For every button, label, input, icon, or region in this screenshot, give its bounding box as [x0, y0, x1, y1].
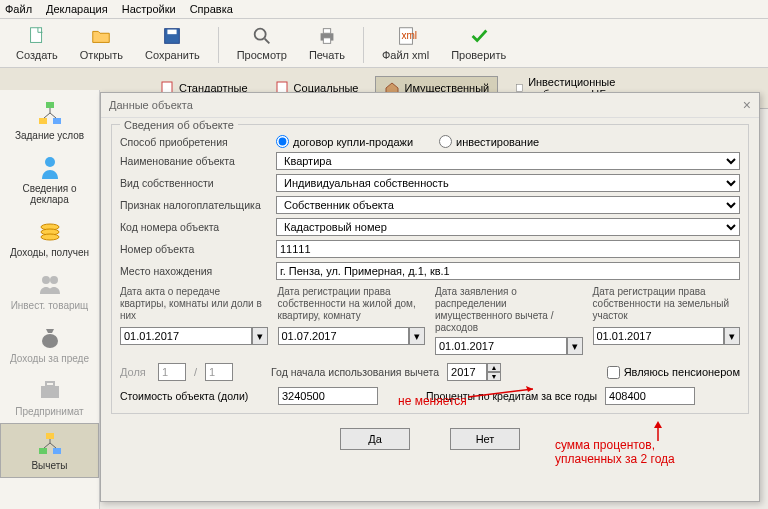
calendar-icon[interactable]: ▾ [252, 327, 268, 345]
menu-help[interactable]: Справка [190, 3, 233, 15]
code-select[interactable]: Кадастровый номер [276, 218, 740, 236]
svg-rect-22 [41, 386, 59, 398]
open-button[interactable]: Открыть [72, 23, 131, 63]
spin-up-icon[interactable]: ▲ [487, 363, 501, 372]
svg-rect-23 [46, 382, 54, 386]
new-document-icon [26, 25, 48, 47]
share-b-input[interactable] [205, 363, 233, 381]
name-label: Наименование объекта [120, 155, 270, 167]
cost-input[interactable] [278, 387, 378, 405]
separator [218, 27, 219, 63]
calendar-icon[interactable]: ▾ [409, 327, 425, 345]
date1-label: Дата акта о передаче квартиры, комнаты и… [120, 286, 268, 324]
sidebar-income[interactable]: Доходы, получен [0, 211, 99, 264]
svg-rect-14 [53, 118, 61, 124]
svg-rect-0 [30, 28, 41, 43]
svg-rect-2 [168, 30, 177, 35]
ownership-label: Вид собственности [120, 177, 270, 189]
location-input[interactable] [276, 262, 740, 280]
object-data-dialog: Данные объекта × Сведения об объекте Спо… [100, 92, 760, 502]
object-name-select[interactable]: Квартира [276, 152, 740, 170]
close-icon[interactable]: × [743, 97, 751, 113]
location-label: Место нахождения [120, 265, 270, 277]
number-label: Номер объекта [120, 243, 270, 255]
percent-input[interactable] [605, 387, 695, 405]
date4-label: Дата регистрации права собственности на … [593, 286, 741, 324]
number-input[interactable] [276, 240, 740, 258]
sidebar: Задание услов Сведения о деклара Доходы,… [0, 90, 100, 509]
menu-file[interactable]: Файл [5, 3, 32, 15]
svg-rect-13 [39, 118, 47, 124]
svg-point-15 [45, 157, 55, 167]
toolbar: Создать Открыть Сохранить Просмотр Печат… [0, 19, 768, 68]
flowchart-icon [36, 100, 64, 128]
svg-rect-11 [517, 85, 523, 92]
radio-investment[interactable]: инвестирование [439, 135, 539, 148]
sidebar-abroad[interactable]: Доходы за преде [0, 317, 99, 370]
preview-button[interactable]: Просмотр [229, 23, 295, 63]
method-label: Способ приобретения [120, 136, 270, 148]
pensioner-checkbox[interactable]: Являюсь пенсионером [607, 366, 740, 379]
svg-rect-12 [46, 102, 54, 108]
svg-text:xml: xml [401, 30, 417, 41]
share-label: Доля [120, 366, 150, 378]
svg-rect-25 [39, 448, 47, 454]
briefcase-icon [36, 376, 64, 404]
menu-declaration[interactable]: Декларация [46, 3, 108, 15]
separator [363, 27, 364, 63]
object-fieldset: Сведения об объекте Способ приобретения … [111, 124, 749, 414]
person-icon [36, 153, 64, 181]
xml-file-icon: xml [395, 25, 417, 47]
calendar-icon[interactable]: ▾ [567, 337, 583, 355]
svg-rect-26 [53, 448, 61, 454]
sidebar-declarant-info[interactable]: Сведения о деклара [0, 147, 99, 211]
svg-point-21 [42, 334, 58, 348]
date3-label: Дата заявления о распределении имуществе… [435, 286, 583, 334]
sidebar-entrepreneur[interactable]: Предпринимат [0, 370, 99, 423]
dialog-titlebar: Данные объекта × [101, 93, 759, 118]
sidebar-deductions[interactable]: Вычеты [0, 423, 99, 478]
svg-rect-24 [46, 433, 54, 439]
percent-label: Проценты по кредитам за все годы [426, 390, 597, 402]
cost-label: Стоимость объекта (доли) [120, 390, 270, 402]
sidebar-invest[interactable]: Инвест. товарищ [0, 264, 99, 317]
date1-input[interactable] [120, 327, 252, 345]
date4-input[interactable] [593, 327, 725, 345]
sidebar-conditions[interactable]: Задание услов [0, 94, 99, 147]
ok-button[interactable]: Да [340, 428, 410, 450]
print-button[interactable]: Печать [301, 23, 353, 63]
share-a-input[interactable] [158, 363, 186, 381]
ownership-select[interactable]: Индивидуальная собственность [276, 174, 740, 192]
check-button[interactable]: Проверить [443, 23, 514, 63]
menubar: Файл Декларация Настройки Справка [0, 0, 768, 19]
taxpayer-select[interactable]: Собственник объекта [276, 196, 740, 214]
date2-input[interactable] [278, 327, 410, 345]
svg-point-18 [41, 234, 59, 240]
radio-purchase[interactable]: договор купли-продажи [276, 135, 413, 148]
svg-point-20 [50, 276, 58, 284]
svg-rect-6 [323, 38, 330, 44]
create-button[interactable]: Создать [8, 23, 66, 63]
svg-rect-5 [323, 29, 330, 34]
year-label: Год начала использования вычета [271, 366, 439, 378]
spin-down-icon[interactable]: ▼ [487, 372, 501, 381]
code-label: Код номера объекта [120, 221, 270, 233]
deduction-icon [36, 430, 64, 458]
folder-open-icon [90, 25, 112, 47]
save-icon [161, 25, 183, 47]
money-bag-icon [36, 323, 64, 351]
year-spinner[interactable]: ▲ ▼ [447, 363, 501, 381]
menu-settings[interactable]: Настройки [122, 3, 176, 15]
dialog-title-text: Данные объекта [109, 99, 193, 111]
magnifier-icon [251, 25, 273, 47]
date2-label: Дата регистрации права собственности на … [278, 286, 426, 324]
people-icon [36, 270, 64, 298]
save-button[interactable]: Сохранить [137, 23, 208, 63]
cancel-button[interactable]: Нет [450, 428, 520, 450]
year-input[interactable] [447, 363, 487, 381]
printer-icon [316, 25, 338, 47]
calendar-icon[interactable]: ▾ [724, 327, 740, 345]
svg-point-3 [254, 29, 265, 40]
date3-input[interactable] [435, 337, 567, 355]
xml-button[interactable]: xml Файл xml [374, 23, 437, 63]
